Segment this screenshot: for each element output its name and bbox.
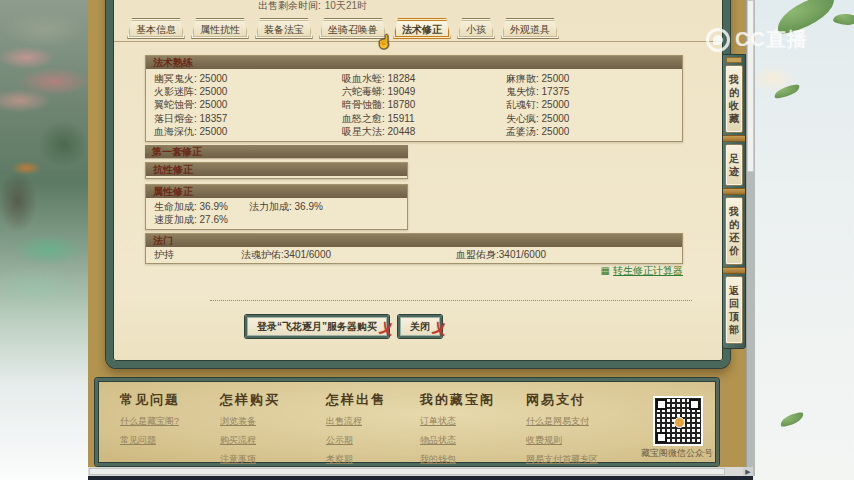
footer-help-panel: 常见问题什么是藏宝阁?常见问题怎样购买浏览装备购买流程注意事项怎样出售出售流程公… — [95, 378, 719, 466]
tab-7[interactable]: 外观道具 — [501, 18, 559, 39]
footer-link[interactable]: 考察期 — [326, 453, 420, 466]
skill-entry: 血怒之愈: 15911 — [342, 112, 506, 125]
tab-6[interactable]: 小孩 — [457, 18, 495, 39]
footer-column-title: 怎样购买 — [220, 391, 326, 409]
attribute-correction-rows: 生命加成: 36.9% 法力加成: 36.9% 速度加成: 27.6% — [146, 198, 407, 229]
tab-3[interactable]: 装备法宝 — [255, 18, 313, 39]
skill-entry: 六蛇毒蟒: 19049 — [342, 85, 506, 98]
qr-code — [653, 396, 703, 446]
floating-side-tabs: 我 的 收 藏足 迹我 的 还 价返 回 顶 部 — [722, 54, 746, 349]
side-tab-3[interactable]: 我 的 还 价 — [725, 197, 743, 265]
bottom-dark-strip — [88, 476, 753, 480]
footer-link[interactable]: 注意事项 — [220, 453, 326, 466]
first-set-correction-header: 第一套修正 — [145, 145, 408, 158]
horizontal-scrollbar-thumb[interactable] — [89, 468, 725, 475]
side-tab-divider — [723, 267, 745, 274]
side-tab-divider — [723, 188, 745, 195]
vertical-scrollbar[interactable] — [746, 0, 755, 476]
footer-link[interactable]: 什么是藏宝阁? — [120, 415, 220, 428]
close-label: 关闭 — [410, 320, 430, 334]
footer-column-title: 网易支付 — [526, 391, 666, 409]
skill-entry: 落日熔金: 18357 — [154, 112, 342, 125]
skill-entry: 孟婆汤: 25000 — [506, 125, 674, 138]
cc-logo-text: CC直播 — [735, 26, 808, 53]
close-button[interactable]: 关闭 乂 — [398, 315, 442, 338]
resistance-correction-header: 抗性修正 — [146, 163, 407, 176]
skill-entry: 翼蛇蚀骨: 25000 — [154, 98, 342, 111]
famen-row-label: 护持 — [154, 248, 174, 262]
footer-link[interactable]: 浏览装备 — [220, 415, 326, 428]
qr-caption: 藏宝阁微信公众号 — [616, 447, 738, 460]
footer-link[interactable]: 物品状态 — [420, 434, 526, 447]
skill-entry: 幽冥鬼火: 25000 — [154, 72, 342, 85]
login-server-buy-label: 登录“飞花逐月”服务器购买 — [257, 320, 377, 334]
qr-center-logo-icon — [674, 417, 685, 428]
footer-column-3: 怎样出售出售流程公示期考察期 — [326, 391, 420, 466]
famen-panel: 法门 护持 法魂护佑:3401/6000 血盟佑身:3401/6000 — [145, 233, 683, 264]
background-artwork-right — [754, 0, 854, 480]
side-tab-2[interactable]: 足 迹 — [725, 144, 743, 186]
calculator-icon: ▦ — [601, 265, 610, 276]
attribute-row: 生命加成: 36.9% 法力加成: 36.9% — [154, 200, 399, 213]
cc-live-watermark: CC直播 — [706, 26, 808, 53]
qr-finder-icon — [656, 432, 667, 443]
tab-5[interactable]: 法术修正 — [393, 18, 451, 39]
footer-column-title: 常见问题 — [120, 391, 220, 409]
footer-column-title: 怎样出售 — [326, 391, 420, 409]
qr-code-pattern — [655, 398, 701, 444]
leaf-icon — [833, 9, 854, 29]
footer-column-1: 常见问题什么是藏宝阁?常见问题 — [120, 391, 220, 466]
footer-link[interactable]: 什么是网易支付 — [526, 415, 666, 428]
skill-entry: 鬼失惊: 17375 — [506, 85, 674, 98]
qr-finder-icon — [689, 399, 700, 410]
tab-divider-line — [114, 41, 722, 42]
skill-entry: 暗骨蚀髓: 18780 — [342, 98, 506, 111]
famen-row: 护持 法魂护佑:3401/6000 血盟佑身:3401/6000 — [146, 247, 682, 263]
stat-hp-bonus: 生命加成: 36.9% — [154, 200, 249, 213]
famen-value-2: 血盟佑身:3401/6000 — [456, 248, 546, 262]
attribute-correction-panel: 属性修正 生命加成: 36.9% 法力加成: 36.9% 速度加成: 27.6% — [145, 184, 408, 230]
qr-finder-icon — [656, 399, 667, 410]
side-tab-divider — [723, 135, 745, 142]
skill-entry: 吸血水蛭: 18284 — [342, 72, 506, 85]
skill-entry: 麻痹散: 25000 — [506, 72, 674, 85]
spell-proficiency-panel: 法术熟练 幽冥鬼火: 25000吸血水蛭: 18284麻痹散: 25000火影迷… — [145, 55, 683, 142]
seal-stamp-icon: 乂 — [378, 319, 395, 340]
stat-mp-bonus: 法力加成: 36.9% — [249, 200, 323, 213]
rebirth-calculator-link[interactable]: 转生修正计算器 — [613, 265, 683, 276]
skill-entry: 乱魂钉: 25000 — [506, 98, 674, 111]
famen-value-1: 法魂护佑:3401/6000 — [241, 248, 331, 262]
skill-entry: 吸星大法: 20448 — [342, 125, 506, 138]
footer-column-title: 我的藏宝阁 — [420, 391, 526, 409]
leaf-icon — [779, 412, 805, 427]
stat-speed-bonus: 速度加成: 27.6% — [154, 213, 249, 226]
horizontal-scrollbar[interactable]: ▶ — [88, 467, 753, 476]
footer-link[interactable]: 购买流程 — [220, 434, 326, 447]
login-server-buy-button[interactable]: 登录“飞花逐月”服务器购买 乂 — [245, 315, 389, 338]
footer-column-4: 我的藏宝阁订单状态物品状态我的钱包 — [420, 391, 526, 466]
attribute-correction-header: 属性修正 — [146, 185, 407, 198]
footer-link[interactable]: 常见问题 — [120, 434, 220, 447]
skill-entry: 火影迷阵: 25000 — [154, 85, 342, 98]
spell-proficiency-header: 法术熟练 — [146, 56, 682, 69]
tab-row: 基本信息属性抗性装备法宝坐骑召唤兽法术修正小孩外观道具 — [127, 18, 559, 41]
footer-link[interactable]: 我的钱包 — [420, 453, 526, 466]
footer-column-2: 怎样购买浏览装备购买流程注意事项 — [220, 391, 326, 466]
footer-link[interactable]: 出售流程 — [326, 415, 420, 428]
sell-remaining-time: 出售剩余时间:10天21时 — [258, 0, 367, 13]
footer-link[interactable]: 公示期 — [326, 434, 420, 447]
footer-link[interactable]: 收费规则 — [526, 434, 666, 447]
footer-link[interactable]: 订单状态 — [420, 415, 526, 428]
tab-2[interactable]: 属性抗性 — [191, 18, 249, 39]
resistance-correction-panel: 抗性修正 — [145, 162, 408, 179]
scroll-right-arrow-icon[interactable]: ▶ — [743, 467, 753, 476]
dialog-button-row: 登录“飞花逐月”服务器购买 乂 关闭 乂 — [245, 315, 442, 338]
side-tab-1[interactable]: 我 的 收 藏 — [725, 65, 743, 133]
background-artwork-left — [0, 0, 88, 480]
side-tab-4[interactable]: 返 回 顶 部 — [725, 276, 743, 344]
rebirth-calculator-link-wrap: ▦转生修正计算器 — [145, 264, 683, 278]
spell-proficiency-grid: 幽冥鬼火: 25000吸血水蛭: 18284麻痹散: 25000火影迷阵: 25… — [146, 69, 682, 141]
sell-time-label: 出售剩余时间: — [258, 0, 321, 11]
tab-1[interactable]: 基本信息 — [127, 18, 185, 39]
dotted-separator — [210, 300, 692, 301]
